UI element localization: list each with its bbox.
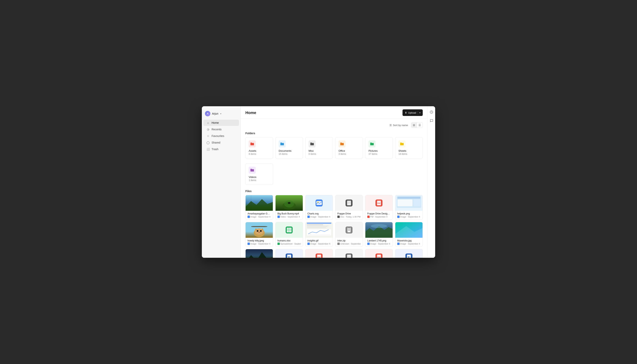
file-info: Frappe Drive Design ... Pdf · September … bbox=[365, 211, 393, 220]
folder-videos[interactable]: Videos 1 items bbox=[245, 163, 273, 185]
folder-count: 8 items bbox=[249, 153, 270, 156]
file-meta: Spreadsheet · September bbox=[277, 242, 301, 245]
folder-count: 37 items bbox=[369, 153, 390, 156]
file-thumbnail bbox=[336, 195, 363, 211]
file-thumbnail bbox=[305, 195, 333, 211]
file-meta: Image · September 4 bbox=[397, 216, 421, 218]
grid-view-button[interactable]: ⊞ bbox=[411, 122, 417, 128]
file-name: Frappe Drive Design ... bbox=[367, 212, 391, 215]
file-type-icon bbox=[337, 242, 340, 245]
list-view-button[interactable]: ☰ bbox=[417, 122, 423, 128]
svg-text:PDF: PDF bbox=[377, 256, 381, 258]
svg-rect-21 bbox=[398, 200, 412, 206]
file-thumbnail: PDF bbox=[365, 195, 393, 211]
sidebar-item-label: Recents bbox=[212, 128, 221, 131]
file-frappe-drive[interactable]: Frappe Drive Doc · Today, 1:30 PM bbox=[335, 195, 363, 220]
divider bbox=[418, 111, 418, 114]
sort-button[interactable]: ☰ Sort by name bbox=[388, 123, 410, 128]
history-button[interactable] bbox=[429, 109, 434, 115]
header-actions: ⬆ Upload ▾ bbox=[403, 109, 423, 116]
file-lambert[interactable]: Lambert 1745.png Image · September 4 bbox=[365, 222, 393, 247]
file-name: Amarbayasgalan Gel... bbox=[247, 212, 271, 215]
file-meta: Image · September 4 bbox=[247, 242, 271, 245]
file-info: Frappe Drive Doc · Today, 1:30 PM bbox=[336, 211, 363, 220]
folders-grid: Assets 8 items Documents 15 items Misc 0… bbox=[245, 137, 423, 159]
file-meta: Video · September 4 bbox=[277, 216, 301, 218]
file-inter-zip[interactable]: Inter.zip Unknown · September bbox=[335, 222, 363, 247]
sidebar-item-label: Trash bbox=[212, 148, 218, 151]
file-thumbnail bbox=[246, 222, 273, 238]
folder-assets[interactable]: Assets 8 items bbox=[245, 137, 273, 159]
files-section-title: Files bbox=[245, 190, 423, 193]
user-section[interactable]: A Arjun ▾ bbox=[202, 109, 240, 120]
file-meta: Doc · Today, 1:30 PM bbox=[337, 216, 361, 218]
sidebar-item-trash[interactable]: ⬜ Trash bbox=[203, 146, 239, 152]
file-info: Big Buck Bunny.mp4 Video · September 4 bbox=[275, 211, 303, 220]
svg-text:PDF: PDF bbox=[317, 256, 321, 258]
file-pdf-2[interactable]: PDF file.pdf Pdf · September 4 bbox=[305, 249, 333, 258]
svg-text:PDF: PDF bbox=[377, 202, 381, 204]
sidebar-item-favourites[interactable]: ☆ Favourites bbox=[203, 133, 239, 139]
file-thumbnail bbox=[246, 249, 273, 258]
file-helpesk-png[interactable]: helpesk.png Image · September 4 bbox=[395, 195, 423, 220]
folder-name: Office bbox=[339, 149, 360, 152]
svg-line-77 bbox=[432, 112, 432, 112]
sort-icon: ☰ bbox=[390, 124, 392, 127]
svg-rect-33 bbox=[287, 228, 291, 232]
folder-count: 18 items bbox=[398, 153, 419, 156]
file-name: howdy kitty.jpeg bbox=[247, 239, 271, 242]
image-icon bbox=[315, 200, 323, 206]
sidebar-item-recents[interactable]: ◷ Recents bbox=[203, 126, 239, 132]
file-type-icon bbox=[397, 216, 400, 218]
file-amarbayasgalan[interactable]: Amarbayasgalan Gel... Image · September … bbox=[245, 195, 273, 220]
pdf-icon-3: PDF bbox=[376, 254, 383, 258]
file-notes[interactable]: notes.txt Doc · September 4 bbox=[335, 249, 363, 258]
spreadsheet-icon bbox=[286, 226, 293, 234]
file-humans-xlsx[interactable]: humans.xlsx Spreadsheet · September bbox=[275, 222, 303, 247]
sidebar-item-label: Favourites bbox=[212, 134, 224, 138]
folder-office[interactable]: Office 3 items bbox=[335, 137, 363, 159]
sidebar-item-label: Shared bbox=[212, 141, 220, 144]
file-type-icon bbox=[367, 242, 370, 245]
sidebar-item-shared[interactable]: ◯ Shared bbox=[203, 140, 239, 146]
file-thumbnail bbox=[305, 222, 333, 238]
file-mavericks[interactable]: Mavericks.jpg Image · September 4 bbox=[395, 222, 423, 247]
folder-icon bbox=[249, 167, 256, 174]
svg-rect-43 bbox=[307, 228, 326, 228]
upload-button[interactable]: ⬆ Upload ▾ bbox=[403, 109, 423, 116]
file-frappe-drive-design[interactable]: PDF Frappe Drive Design ... Pdf · Septem… bbox=[365, 195, 393, 220]
file-type-icon bbox=[337, 216, 340, 218]
trash-icon: ⬜ bbox=[206, 148, 210, 151]
folder-sheets[interactable]: Sheets 18 items bbox=[395, 137, 423, 159]
file-word-doc[interactable]: W Document... Doc · September 4 bbox=[275, 249, 303, 258]
file-thumbnail bbox=[336, 249, 363, 258]
file-type-icon bbox=[277, 216, 280, 218]
file-howdy-kitty[interactable]: howdy kitty.jpeg Image · September 4 bbox=[245, 222, 273, 247]
file-insights-gif[interactable]: insights.gif Image · September 4 bbox=[305, 222, 333, 247]
file-thumbnail bbox=[395, 195, 423, 211]
svg-rect-11 bbox=[347, 201, 351, 205]
svg-rect-65 bbox=[347, 255, 351, 258]
folder-icon bbox=[369, 140, 376, 148]
file-type-icon bbox=[307, 216, 310, 218]
folder-misc[interactable]: Misc 0 items bbox=[305, 137, 333, 159]
home-icon: ⌂ bbox=[206, 121, 210, 124]
folder-pictures[interactable]: Pictures 37 items bbox=[365, 137, 393, 159]
header: Home ⬆ Upload ▾ bbox=[241, 106, 427, 118]
comments-button[interactable] bbox=[429, 118, 434, 123]
file-report-pdf[interactable]: PDF report.pdf Pdf · September 4 bbox=[365, 249, 393, 258]
right-sidebar bbox=[427, 106, 435, 258]
file-template-docx[interactable]: W template.docx Doc · September 4 bbox=[395, 249, 423, 258]
file-big-buck-bunny[interactable]: Big Buck Bunny.mp4 Video · September 4 bbox=[275, 195, 303, 220]
app-window: A Arjun ▾ ⌂ Home ◷ Recents ☆ Favourites … bbox=[202, 106, 435, 258]
person-icon: ◯ bbox=[206, 141, 210, 144]
svg-rect-20 bbox=[398, 197, 420, 199]
file-meta: Image · September 4 bbox=[367, 242, 391, 245]
folder-documents[interactable]: Documents 15 items bbox=[275, 137, 303, 159]
file-mountains[interactable]: Mountains... Image · September 4 bbox=[245, 249, 273, 258]
svg-point-6 bbox=[288, 202, 290, 204]
file-name: Mavericks.jpg bbox=[397, 239, 421, 242]
file-charts-svg[interactable]: Charts.svg Image · September 4 bbox=[305, 195, 333, 220]
sidebar-item-home[interactable]: ⌂ Home bbox=[203, 120, 239, 126]
folder-icon bbox=[279, 140, 286, 148]
